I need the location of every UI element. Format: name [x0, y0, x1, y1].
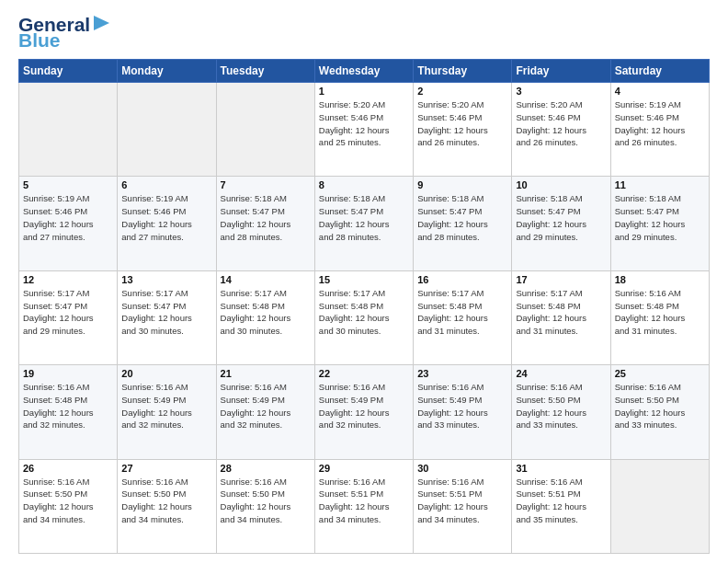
day-info-line: Sunrise: 5:18 AM: [319, 193, 385, 203]
day-info-line: Sunset: 5:51 PM: [516, 488, 580, 499]
day-info-line: Sunrise: 5:19 AM: [615, 99, 681, 109]
day-info-line: Sunrise: 5:20 AM: [516, 99, 582, 109]
day-info-line: Sunrise: 5:17 AM: [23, 288, 89, 298]
day-info: Sunrise: 5:16 AMSunset: 5:49 PMDaylight:…: [121, 381, 211, 431]
day-info-line: Daylight: 12 hours: [319, 501, 390, 511]
day-info-line: and 34 minutes.: [417, 514, 480, 524]
day-info: Sunrise: 5:17 AMSunset: 5:48 PMDaylight:…: [516, 287, 606, 338]
calendar-cell-3-4: 23Sunrise: 5:16 AMSunset: 5:49 PMDayligh…: [414, 365, 512, 459]
calendar-table: Sunday Monday Tuesday Wednesday Thursday…: [18, 59, 710, 554]
day-number: 31: [516, 463, 606, 474]
calendar-cell-4-1: 27Sunrise: 5:16 AMSunset: 5:50 PMDayligh…: [118, 459, 216, 553]
day-info-line: Sunrise: 5:18 AM: [221, 193, 287, 203]
calendar-header-row: Sunday Monday Tuesday Wednesday Thursday…: [19, 60, 710, 83]
day-info-line: Sunrise: 5:16 AM: [417, 382, 483, 392]
day-info-line: and 29 minutes.: [516, 232, 578, 242]
calendar-cell-4-0: 26Sunrise: 5:16 AMSunset: 5:50 PMDayligh…: [19, 459, 118, 553]
day-info-line: and 29 minutes.: [615, 232, 677, 242]
day-info-line: Sunrise: 5:18 AM: [615, 193, 681, 203]
day-info-line: Sunset: 5:47 PM: [516, 206, 580, 216]
day-info: Sunrise: 5:18 AMSunset: 5:47 PMDaylight:…: [516, 192, 606, 243]
calendar-cell-3-1: 20Sunrise: 5:16 AMSunset: 5:49 PMDayligh…: [118, 365, 216, 459]
calendar-cell-1-5: 10Sunrise: 5:18 AMSunset: 5:47 PMDayligh…: [512, 177, 610, 270]
logo-flag-icon: [91, 14, 111, 32]
calendar-cell-1-2: 7Sunrise: 5:18 AMSunset: 5:47 PMDaylight…: [216, 177, 314, 270]
day-info-line: Sunrise: 5:16 AM: [516, 382, 582, 392]
day-info-line: and 31 minutes.: [615, 326, 677, 336]
day-info-line: Sunset: 5:48 PM: [615, 301, 679, 311]
day-info-line: Sunrise: 5:17 AM: [121, 288, 188, 298]
calendar-cell-0-4: 2Sunrise: 5:20 AMSunset: 5:46 PMDaylight…: [414, 83, 512, 177]
day-info-line: Sunrise: 5:16 AM: [319, 477, 385, 487]
logo-blue: Blue: [18, 30, 61, 50]
day-number: 8: [319, 179, 409, 190]
day-info-line: Sunrise: 5:16 AM: [221, 382, 287, 392]
day-info: Sunrise: 5:16 AMSunset: 5:50 PMDaylight:…: [23, 476, 113, 526]
calendar-cell-4-2: 28Sunrise: 5:16 AMSunset: 5:50 PMDayligh…: [216, 459, 314, 553]
day-info-line: Daylight: 12 hours: [516, 501, 586, 511]
day-info: Sunrise: 5:17 AMSunset: 5:47 PMDaylight:…: [23, 287, 113, 338]
calendar-cell-1-3: 8Sunrise: 5:18 AMSunset: 5:47 PMDaylight…: [314, 177, 413, 270]
calendar-cell-0-6: 4Sunrise: 5:19 AMSunset: 5:46 PMDaylight…: [610, 83, 709, 177]
day-info-line: Sunset: 5:50 PM: [615, 395, 679, 405]
day-info-line: Sunrise: 5:20 AM: [319, 99, 385, 109]
day-number: 15: [319, 274, 409, 285]
day-info-line: Daylight: 12 hours: [417, 408, 488, 418]
day-info-line: Sunrise: 5:16 AM: [121, 477, 188, 487]
day-number: 29: [319, 463, 409, 474]
day-info-line: Sunrise: 5:16 AM: [615, 288, 681, 298]
day-info: Sunrise: 5:19 AMSunset: 5:46 PMDaylight:…: [23, 192, 113, 243]
day-info-line: and 30 minutes.: [221, 326, 283, 336]
calendar-cell-1-0: 5Sunrise: 5:19 AMSunset: 5:46 PMDaylight…: [19, 177, 118, 270]
day-info-line: and 32 minutes.: [23, 419, 85, 430]
day-number: 26: [23, 463, 113, 474]
day-info-line: Sunset: 5:48 PM: [516, 301, 580, 311]
day-info-line: Sunset: 5:48 PM: [221, 301, 285, 311]
day-info-line: Sunset: 5:49 PM: [221, 395, 285, 405]
day-info-line: and 32 minutes.: [121, 419, 184, 430]
header-friday: Friday: [512, 60, 610, 83]
day-info-line: and 27 minutes.: [23, 232, 85, 242]
page: General Blue Sunday Monday Tuesday Wedne…: [0, 0, 728, 563]
day-info-line: Sunrise: 5:18 AM: [417, 193, 483, 203]
day-info-line: and 30 minutes.: [319, 326, 381, 336]
calendar-cell-1-1: 6Sunrise: 5:19 AMSunset: 5:46 PMDaylight…: [118, 177, 216, 270]
day-info-line: Daylight: 12 hours: [23, 501, 94, 511]
day-number: 21: [221, 368, 311, 379]
day-info-line: Daylight: 12 hours: [319, 125, 390, 135]
day-number: 30: [417, 463, 507, 474]
day-info-line: Daylight: 12 hours: [516, 313, 586, 323]
calendar-cell-3-5: 24Sunrise: 5:16 AMSunset: 5:50 PMDayligh…: [512, 365, 610, 459]
day-info-line: and 26 minutes.: [615, 137, 677, 147]
day-info-line: Sunset: 5:48 PM: [319, 301, 383, 311]
day-number: 24: [516, 368, 606, 379]
calendar-cell-3-6: 25Sunrise: 5:16 AMSunset: 5:50 PMDayligh…: [610, 365, 709, 459]
day-info-line: Sunrise: 5:16 AM: [23, 382, 89, 392]
day-info-line: Daylight: 12 hours: [23, 408, 94, 418]
day-number: 25: [615, 368, 705, 379]
week-row-4: 19Sunrise: 5:16 AMSunset: 5:48 PMDayligh…: [19, 365, 710, 459]
day-info-line: and 32 minutes.: [319, 419, 381, 430]
day-info-line: Daylight: 12 hours: [417, 313, 488, 323]
day-number: 27: [121, 463, 211, 474]
day-info: Sunrise: 5:16 AMSunset: 5:50 PMDaylight:…: [221, 476, 311, 526]
day-info-line: Sunrise: 5:17 AM: [417, 288, 483, 298]
day-info-line: Sunset: 5:51 PM: [319, 488, 383, 499]
day-info-line: Daylight: 12 hours: [221, 219, 291, 229]
day-info-line: Sunset: 5:49 PM: [121, 395, 186, 405]
day-info-line: and 34 minutes.: [221, 514, 283, 524]
day-number: 11: [615, 179, 705, 190]
week-row-1: 1Sunrise: 5:20 AMSunset: 5:46 PMDaylight…: [19, 83, 710, 177]
day-number: 4: [615, 86, 705, 97]
day-info-line: Sunset: 5:46 PM: [121, 206, 186, 216]
day-info-line: Daylight: 12 hours: [319, 313, 390, 323]
day-info: Sunrise: 5:20 AMSunset: 5:46 PMDaylight:…: [516, 98, 606, 149]
day-info-line: Daylight: 12 hours: [417, 219, 488, 229]
day-info: Sunrise: 5:16 AMSunset: 5:50 PMDaylight:…: [516, 381, 606, 431]
day-info-line: and 26 minutes.: [516, 137, 578, 147]
day-info: Sunrise: 5:18 AMSunset: 5:47 PMDaylight:…: [417, 192, 507, 243]
day-number: 7: [221, 179, 311, 190]
calendar-cell-2-6: 18Sunrise: 5:16 AMSunset: 5:48 PMDayligh…: [610, 270, 709, 364]
header-wednesday: Wednesday: [314, 60, 413, 83]
day-info-line: and 26 minutes.: [417, 137, 480, 147]
